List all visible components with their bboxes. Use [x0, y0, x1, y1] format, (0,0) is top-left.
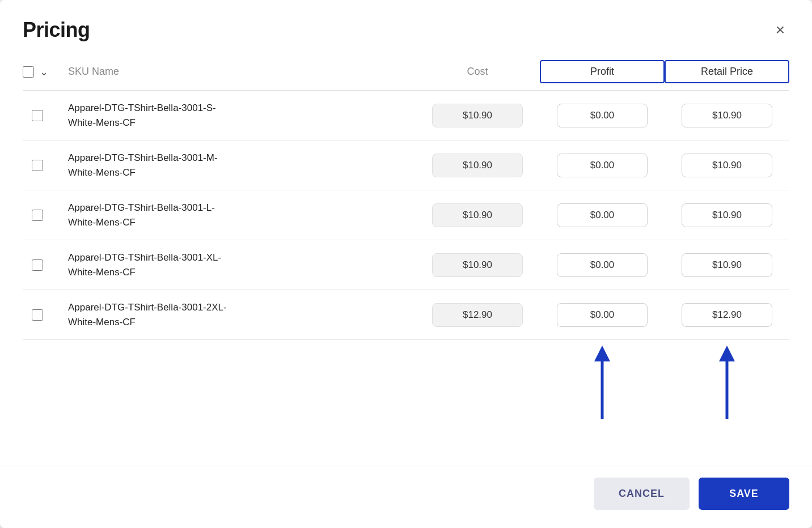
row-checkbox-cell-0: [23, 110, 68, 121]
table-header-row: ⌄ SKU Name Cost Profit Retail Price: [23, 53, 789, 91]
row-checkbox-2[interactable]: [32, 210, 43, 221]
arrows-row: [23, 340, 789, 419]
table-row: Apparel-DTG-TShirt-Bella-3001-M-White-Me…: [23, 140, 789, 190]
modal-header: Pricing ×: [0, 0, 812, 53]
save-button[interactable]: SAVE: [699, 478, 789, 510]
profit-input-2[interactable]: [557, 203, 648, 227]
modal-footer: CANCEL SAVE: [0, 466, 812, 528]
retail-cell-4: [665, 303, 789, 327]
retail-cell-1: [665, 154, 789, 177]
sku-name-3: Apparel-DTG-TShirt-Bella-3001-XL-White-M…: [68, 250, 415, 279]
retail-input-3[interactable]: [682, 253, 772, 277]
table-row: Apparel-DTG-TShirt-Bella-3001-S-White-Me…: [23, 91, 789, 140]
sku-name-2: Apparel-DTG-TShirt-Bella-3001-L-White-Me…: [68, 201, 415, 229]
table-row: Apparel-DTG-TShirt-Bella-3001-2XL-White-…: [23, 290, 789, 340]
row-checkbox-cell-2: [23, 210, 68, 221]
row-checkbox-1[interactable]: [32, 160, 43, 171]
cost-header: Cost: [415, 66, 540, 78]
retail-arrow-cell: [665, 346, 789, 419]
cost-cell-1: [415, 154, 540, 177]
profit-input-0[interactable]: [557, 104, 648, 127]
table-row: Apparel-DTG-TShirt-Bella-3001-XL-White-M…: [23, 240, 789, 290]
row-checkbox-cell-3: [23, 259, 68, 271]
cost-input-0[interactable]: [432, 104, 523, 127]
profit-cell-1: [540, 154, 665, 177]
row-checkbox-4[interactable]: [32, 309, 43, 321]
svg-marker-1: [594, 346, 610, 361]
profit-cell-3: [540, 253, 665, 277]
retail-input-2[interactable]: [682, 203, 772, 227]
profit-input-1[interactable]: [557, 154, 648, 177]
cost-input-3[interactable]: [432, 253, 523, 277]
pricing-modal: Pricing × ⌄ SKU Name Cost Profit Retail …: [0, 0, 812, 528]
row-checkbox-3[interactable]: [32, 259, 43, 271]
cost-cell-2: [415, 203, 540, 227]
sku-name-4: Apparel-DTG-TShirt-Bella-3001-2XL-White-…: [68, 300, 415, 329]
profit-header: Profit: [540, 60, 665, 83]
row-checkbox-cell-4: [23, 309, 68, 321]
close-button[interactable]: ×: [771, 20, 789, 40]
cost-input-1[interactable]: [432, 154, 523, 177]
profit-arrow-icon: [589, 346, 616, 419]
sku-name-header: SKU Name: [68, 66, 415, 78]
profit-cell-4: [540, 303, 665, 327]
chevron-down-icon[interactable]: ⌄: [40, 66, 48, 78]
header-checkbox-area: ⌄: [23, 66, 68, 78]
row-checkbox-0[interactable]: [32, 110, 43, 121]
row-checkbox-cell-1: [23, 160, 68, 171]
profit-cell-2: [540, 203, 665, 227]
retail-cell-0: [665, 104, 789, 127]
sku-name-1: Apparel-DTG-TShirt-Bella-3001-M-White-Me…: [68, 151, 415, 180]
cost-input-2[interactable]: [432, 203, 523, 227]
pricing-table: ⌄ SKU Name Cost Profit Retail Price Appa…: [0, 53, 812, 466]
cost-cell-0: [415, 104, 540, 127]
retail-input-4[interactable]: [682, 303, 772, 327]
retail-arrow-icon: [713, 346, 741, 419]
svg-marker-3: [719, 346, 735, 361]
modal-title: Pricing: [23, 18, 90, 42]
retail-price-header: Retail Price: [665, 60, 789, 83]
retail-input-0[interactable]: [682, 104, 772, 127]
profit-input-3[interactable]: [557, 253, 648, 277]
cost-input-4[interactable]: [432, 303, 523, 327]
select-all-checkbox[interactable]: [23, 66, 34, 78]
sku-name-0: Apparel-DTG-TShirt-Bella-3001-S-White-Me…: [68, 101, 415, 130]
retail-input-1[interactable]: [682, 154, 772, 177]
profit-input-4[interactable]: [557, 303, 648, 327]
retail-cell-3: [665, 253, 789, 277]
table-row: Apparel-DTG-TShirt-Bella-3001-L-White-Me…: [23, 190, 789, 240]
retail-cell-2: [665, 203, 789, 227]
table-body: Apparel-DTG-TShirt-Bella-3001-S-White-Me…: [23, 91, 789, 340]
cancel-button[interactable]: CANCEL: [594, 478, 690, 510]
profit-cell-0: [540, 104, 665, 127]
profit-arrow-cell: [540, 346, 665, 419]
cost-cell-3: [415, 253, 540, 277]
cost-cell-4: [415, 303, 540, 327]
